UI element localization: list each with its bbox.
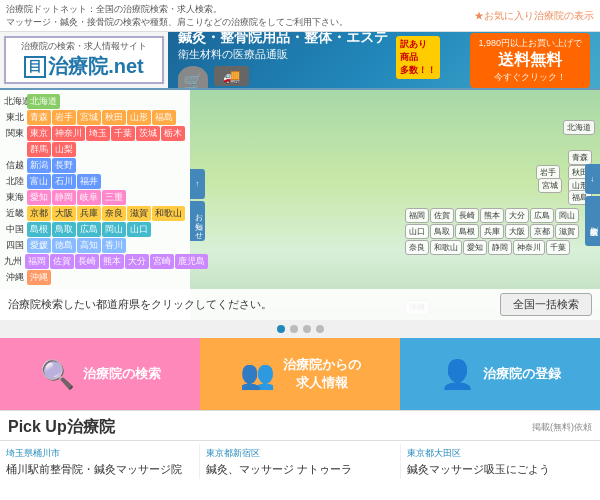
btn-okayama[interactable]: 岡山 — [102, 222, 126, 237]
prev-btn[interactable]: ← — [190, 169, 205, 199]
btn-iwate[interactable]: 岩手 — [52, 110, 76, 125]
pref-okayama-cluster[interactable]: 岡山 — [555, 208, 579, 223]
btn-ibaraki[interactable]: 茨城 — [136, 126, 160, 141]
symptom-search-btn[interactable]: 症状別検索 — [585, 196, 600, 246]
btn-ishikawa[interactable]: 石川 — [52, 174, 76, 189]
label-kanto: 関東 — [4, 127, 26, 140]
service-register-btn[interactable]: 👤 治療院の登録 — [400, 338, 600, 410]
pref-aomori-map[interactable]: 青森 — [568, 150, 592, 165]
header-right-text: ★お気に入り治療院の表示 — [474, 9, 594, 23]
label-hokkaido: 北海道 — [4, 95, 26, 108]
service-search-btn[interactable]: 🔍 治療院の検索 — [0, 338, 200, 410]
btn-wakayama[interactable]: 和歌山 — [152, 206, 185, 221]
pref-wakayama-cluster[interactable]: 和歌山 — [430, 240, 462, 255]
pref-shimane-cluster[interactable]: 島根 — [455, 224, 479, 239]
cart-icon: 🛒 — [178, 66, 208, 88]
btn-hyogo[interactable]: 兵庫 — [77, 206, 101, 221]
btn-aichi[interactable]: 愛知 — [27, 190, 51, 205]
btn-shiga[interactable]: 滋賀 — [127, 206, 151, 221]
btn-nagano[interactable]: 長野 — [52, 158, 76, 173]
btn-tokushima[interactable]: 徳島 — [52, 238, 76, 253]
btn-kyoto[interactable]: 京都 — [27, 206, 51, 221]
btn-gunma[interactable]: 群馬 — [27, 142, 51, 157]
header-left-text: 治療院ドットネット：全国の治療院検索・求人検索。 マッサージ・鍼灸・接骨院の検索… — [6, 3, 348, 28]
btn-chiba[interactable]: 千葉 — [111, 126, 135, 141]
btn-kagawa[interactable]: 香川 — [102, 238, 126, 253]
pref-shiga-cluster[interactable]: 滋賀 — [555, 224, 579, 239]
left-region-panel: 北海道 北海道 東北 青森 岩手 宮城 秋田 山形 福島 関東 東京 神奈川 埼… — [0, 90, 190, 320]
pref-kyoto-cluster[interactable]: 京都 — [530, 224, 554, 239]
pickup-section: Pick Up治療院 掲載(無料)依頼 埼玉県桶川市 桶川駅前整骨院・鍼灸マッサ… — [0, 410, 600, 483]
btn-mie[interactable]: 三重 — [102, 190, 126, 205]
banner-right[interactable]: 1,980円以上お買い上げで 送料無料 今すぐクリック！ — [470, 33, 590, 88]
btn-yamagata[interactable]: 山形 — [127, 110, 151, 125]
dot-2[interactable] — [290, 325, 298, 333]
btn-saga[interactable]: 佐賀 — [50, 254, 74, 269]
pref-miyagi-map[interactable]: 宮城 — [538, 178, 562, 193]
btn-saitama[interactable]: 埼玉 — [86, 126, 110, 141]
service-job-btn[interactable]: 👥 治療院からの 求人情報 — [200, 338, 400, 410]
pref-shizuoka-cluster[interactable]: 静岡 — [488, 240, 512, 255]
btn-shizuoka[interactable]: 静岡 — [52, 190, 76, 205]
btn-toyama[interactable]: 富山 — [27, 174, 51, 189]
pref-aichi-cluster[interactable]: 愛知 — [463, 240, 487, 255]
pickup-location-2: 東京都大田区 — [407, 447, 594, 460]
btn-aomori[interactable]: 青森 — [27, 110, 51, 125]
btn-fukui[interactable]: 福井 — [77, 174, 101, 189]
pref-hokkaido-map[interactable]: 北海道 — [563, 120, 595, 135]
btn-tottori[interactable]: 鳥取 — [52, 222, 76, 237]
pref-hiroshima-cluster[interactable]: 広島 — [530, 208, 554, 223]
pref-osaka-cluster[interactable]: 大阪 — [505, 224, 529, 239]
btn-nara[interactable]: 奈良 — [102, 206, 126, 221]
banner-left: 鍼灸・整骨院用品・整体・エステ 衛生材料の医療品通販 🛒 🚚 — [178, 32, 388, 88]
next-btn[interactable]: → — [585, 164, 600, 194]
pref-kumamoto-cluster[interactable]: 熊本 — [480, 208, 504, 223]
pref-chiba-cluster[interactable]: 千葉 — [546, 240, 570, 255]
search-all-button[interactable]: 全国一括検索 — [500, 293, 592, 316]
btn-fukuoka[interactable]: 福岡 — [25, 254, 49, 269]
pref-saga-cluster[interactable]: 佐賀 — [430, 208, 454, 223]
pref-kanagawa-cluster[interactable]: 神奈川 — [513, 240, 545, 255]
pref-hyogo-cluster[interactable]: 兵庫 — [480, 224, 504, 239]
btn-okinawa[interactable]: 沖縄 — [27, 270, 51, 285]
btn-ehime[interactable]: 愛媛 — [27, 238, 51, 253]
btn-miyazaki[interactable]: 宮崎 — [150, 254, 174, 269]
region-row-chugoku: 中国 島根 鳥取 広島 岡山 山口 — [4, 222, 186, 237]
pref-fukuoka-cluster[interactable]: 福岡 — [405, 208, 429, 223]
banner-box[interactable]: 鍼灸・整骨院用品・整体・エステ 衛生材料の医療品通販 🛒 🚚 訳あり 商品 多数… — [168, 32, 600, 88]
btn-tokyo[interactable]: 東京 — [27, 126, 51, 141]
pref-tottori-cluster[interactable]: 鳥取 — [430, 224, 454, 239]
dot-4[interactable] — [316, 325, 324, 333]
btn-yamanashi[interactable]: 山梨 — [52, 142, 76, 157]
pref-yamaguchi-cluster[interactable]: 山口 — [405, 224, 429, 239]
dot-3[interactable] — [303, 325, 311, 333]
pref-nara-cluster[interactable]: 奈良 — [405, 240, 429, 255]
pref-oita-cluster[interactable]: 大分 — [505, 208, 529, 223]
btn-fukushima[interactable]: 福島 — [152, 110, 176, 125]
btn-yamaguchi[interactable]: 山口 — [127, 222, 151, 237]
btn-hiroshima[interactable]: 広島 — [77, 222, 101, 237]
btn-kagoshima[interactable]: 鹿児島 — [175, 254, 208, 269]
btn-akita[interactable]: 秋田 — [102, 110, 126, 125]
btn-miyagi[interactable]: 宮城 — [77, 110, 101, 125]
pickup-item-2[interactable]: 東京都大田区 鍼灸マッサージ吸玉にごよう — [401, 444, 600, 479]
btn-gifu[interactable]: 岐阜 — [77, 190, 101, 205]
btn-hokkaido[interactable]: 北海道 — [27, 94, 60, 109]
pickup-item-0[interactable]: 埼玉県桶川市 桶川駅前整骨院・鍼灸マッサージ院 — [0, 444, 200, 479]
pref-nagasaki-cluster[interactable]: 長崎 — [455, 208, 479, 223]
btn-shimane[interactable]: 島根 — [27, 222, 51, 237]
btn-kanagawa[interactable]: 神奈川 — [52, 126, 85, 141]
btn-oita[interactable]: 大分 — [125, 254, 149, 269]
btn-kumamoto[interactable]: 熊本 — [100, 254, 124, 269]
btn-tochigi[interactable]: 栃木 — [161, 126, 185, 141]
service-row: 🔍 治療院の検索 👥 治療院からの 求人情報 👤 治療院の登録 — [0, 338, 600, 410]
oshirase-btn[interactable]: お知らせ — [190, 201, 205, 241]
region-row-tokai: 東海 愛知 静岡 岐阜 三重 — [4, 190, 186, 205]
btn-osaka[interactable]: 大阪 — [52, 206, 76, 221]
pickup-item-1[interactable]: 東京都新宿区 鍼灸、マッサージ ナトゥーラ — [200, 444, 400, 479]
btn-kochi[interactable]: 高知 — [77, 238, 101, 253]
region-row-hokuriku: 北陸 富山 石川 福井 — [4, 174, 186, 189]
dot-1[interactable] — [277, 325, 285, 333]
btn-niigata[interactable]: 新潟 — [27, 158, 51, 173]
btn-nagasaki[interactable]: 長崎 — [75, 254, 99, 269]
